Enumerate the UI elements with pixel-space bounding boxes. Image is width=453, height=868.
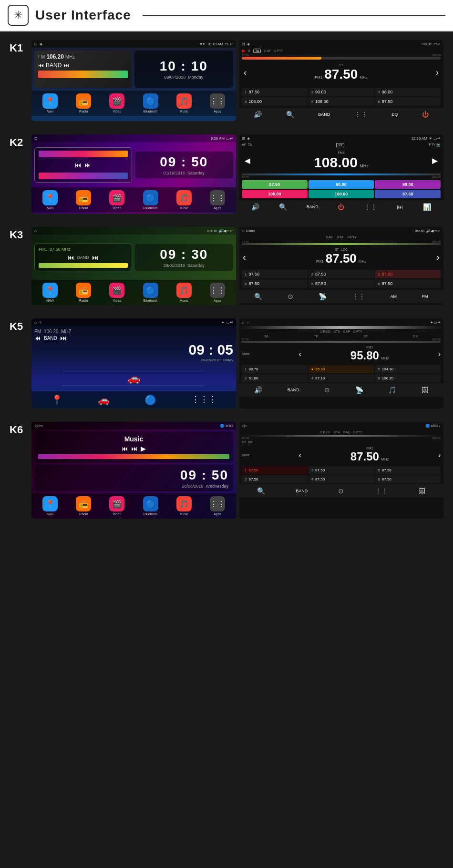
preset-5-k3r[interactable]: 587.50: [309, 279, 374, 288]
image-k6r[interactable]: 🖼: [419, 487, 425, 495]
prev-icon[interactable]: ⏮: [38, 62, 44, 69]
nav-music-k2l[interactable]: 🎵Music: [176, 190, 192, 210]
right-arrow-k5r[interactable]: ›: [438, 350, 441, 358]
right-arrow-k6r[interactable]: ›: [438, 451, 441, 460]
band-btn-k1r[interactable]: BAND: [318, 112, 330, 117]
preset-2-k1r[interactable]: 290.00: [309, 88, 374, 96]
preset-6-k1r[interactable]: 687.50: [375, 97, 441, 106]
band-label-k1l[interactable]: BAND: [46, 62, 62, 69]
fm-k3r[interactable]: FM: [422, 294, 428, 299]
power-k2r[interactable]: ⏻: [338, 203, 344, 211]
preset-4-k2r[interactable]: 106.00: [242, 190, 308, 198]
grid-k3r[interactable]: ⋮⋮: [352, 293, 365, 300]
preset-2-k3r[interactable]: 287.50: [309, 270, 374, 278]
preset-6-k6r[interactable]: 687.50: [375, 475, 441, 483]
left-arrow-k3r[interactable]: ‹: [243, 252, 246, 263]
nav-video-k6l[interactable]: 🎬Video: [109, 496, 124, 516]
prev-k6l[interactable]: ⏮: [122, 445, 128, 452]
vol-k5r[interactable]: 🔊: [254, 386, 262, 394]
nav-navi-k1l[interactable]: 📍 Navi: [42, 93, 58, 113]
prev-k5l[interactable]: ⏮: [34, 334, 41, 342]
preset-6-k2r[interactable]: 87.50: [375, 190, 441, 198]
preset-3-k6r[interactable]: 587.50: [375, 466, 441, 474]
skip-k2r[interactable]: ⏭: [397, 203, 403, 211]
next-icon[interactable]: ⏭: [63, 62, 69, 69]
nav-video-k1l[interactable]: 🎬 Video: [109, 93, 124, 113]
preset-4-k1r[interactable]: 4106.00: [242, 97, 308, 106]
vol-k2r[interactable]: 🔊: [251, 203, 259, 211]
nav-apps-k5l[interactable]: ⋮⋮⋮: [191, 394, 217, 406]
eq-btn-k1r[interactable]: EQ: [391, 112, 398, 117]
nav-map-k5l[interactable]: 📍: [51, 394, 63, 406]
nav-music-k3l[interactable]: 🎵Music: [176, 283, 192, 302]
nav-video-k2l[interactable]: 🎬Video: [109, 190, 124, 210]
preset-3-k5r[interactable]: 5104.30: [375, 365, 441, 373]
search-icon-k1r[interactable]: 🔍: [286, 111, 294, 118]
image-k5r[interactable]: 🖼: [422, 386, 428, 394]
preset-3-k2r[interactable]: 98.00: [375, 180, 441, 189]
nav-navi-k2l[interactable]: 📍Navi: [42, 190, 58, 210]
right-arrow-k2r[interactable]: ►: [430, 155, 440, 166]
preset-3-k3r[interactable]: 387.50: [375, 270, 441, 278]
left-arrow-k2r[interactable]: ◄: [243, 155, 252, 166]
signal-k5r[interactable]: 📡: [355, 386, 363, 394]
nav-bt-k5l[interactable]: 🔵: [144, 394, 156, 406]
grid-k6r[interactable]: ⋮⋮: [375, 487, 388, 495]
preset-2-k6r[interactable]: 387.50: [309, 466, 374, 474]
band-k5l[interactable]: BAND: [44, 336, 57, 341]
chart-k2r[interactable]: 📊: [423, 203, 431, 211]
nav-video-k3l[interactable]: 🎬Video: [109, 283, 124, 302]
next-k5l[interactable]: ⏭: [60, 334, 67, 342]
preset-4-k5r[interactable]: 291.80: [242, 374, 308, 382]
nav-radio-k3l[interactable]: 📻Radio: [76, 283, 91, 302]
play-k6l[interactable]: ▶: [141, 445, 146, 452]
preset-6-k5r[interactable]: 6106.20: [375, 374, 441, 382]
next-k3l[interactable]: ⏭: [92, 254, 99, 261]
search-k2r[interactable]: 🔍: [279, 203, 287, 211]
right-arrow-k3r[interactable]: ›: [436, 252, 440, 263]
search-k6r[interactable]: 🔍: [257, 487, 265, 495]
left-arrow-k6r[interactable]: ‹: [299, 451, 301, 460]
nav-navi-k6l[interactable]: 📍Navi: [42, 496, 58, 516]
nav-music-k6l[interactable]: 🎵Music: [176, 496, 192, 516]
grid-k2r[interactable]: ⋮⋮: [364, 203, 377, 211]
preset-5-k5r[interactable]: 497.10: [309, 374, 374, 382]
preset-1-k1r[interactable]: 187.50: [242, 88, 308, 96]
play-icon-k2l[interactable]: ⏭: [84, 161, 91, 169]
link-k5r[interactable]: ⊙: [324, 386, 330, 394]
preset-5-k6r[interactable]: 487.50: [309, 475, 374, 483]
prev-icon-k2l[interactable]: ⏮: [75, 161, 82, 169]
nav-navi-k3l[interactable]: 📍NAVI: [42, 283, 58, 302]
am-k3r[interactable]: AM: [390, 294, 397, 299]
preset-6-k3r[interactable]: 687.50: [375, 279, 441, 288]
nav-apps-k6l[interactable]: ⋮⋮Apps: [210, 496, 225, 516]
preset-1-k6r[interactable]: 187.50: [242, 466, 308, 474]
skip-k6l[interactable]: ⏭: [131, 445, 138, 452]
power-icon-k1r[interactable]: ⏻: [422, 111, 429, 118]
preset-1-k3r[interactable]: 187.50: [242, 270, 308, 278]
nav-bt-k2l[interactable]: 🔵Bluetooth: [143, 190, 158, 210]
band-k3l[interactable]: BAND: [77, 255, 89, 260]
preset-3-k1r[interactable]: 398.00: [375, 88, 441, 96]
link-k3r[interactable]: ⊙: [288, 293, 293, 300]
vol-icon-k1r[interactable]: 🔊: [254, 111, 262, 118]
nav-music-k1l[interactable]: 🎵 Music: [176, 93, 192, 113]
prev-k3l[interactable]: ⏮: [68, 254, 74, 261]
nav-radio-k1l[interactable]: 📻 Radio: [76, 93, 91, 113]
band-k5r[interactable]: BAND: [288, 388, 299, 392]
nav-apps-k1l[interactable]: ⋮⋮ Apps: [210, 93, 225, 113]
band-k2r[interactable]: BAND: [307, 204, 319, 209]
band-k6r[interactable]: BAND: [296, 489, 308, 493]
music-k5r[interactable]: 🎵: [388, 386, 396, 394]
preset-5-k2r[interactable]: 108.00: [309, 190, 374, 198]
preset-2-k5r[interactable]: ●95.80: [309, 365, 374, 373]
right-arrow-k1r[interactable]: ›: [436, 68, 439, 78]
left-arrow-k5r[interactable]: ‹: [299, 350, 301, 358]
search-k3r[interactable]: 🔍: [254, 293, 262, 300]
nav-bt-k6l[interactable]: 🔵Bluetooth: [143, 496, 158, 516]
nav-apps-k3l[interactable]: ⋮⋮Apps: [210, 283, 225, 302]
signal-k3r[interactable]: 📡: [319, 293, 327, 300]
nav-bluetooth-k1l[interactable]: 🔵 Bluetooth: [143, 93, 158, 113]
nav-car-k5l[interactable]: 🚗: [98, 394, 110, 406]
grid-icon-k1r[interactable]: ⋮⋮: [354, 111, 368, 118]
